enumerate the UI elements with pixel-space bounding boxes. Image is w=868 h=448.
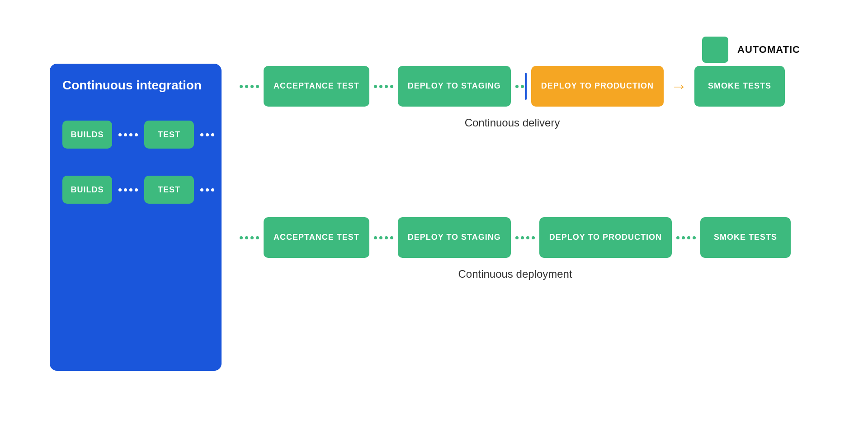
diagram-wrapper: AUTOMATIC MANUAL Continuous integration … [50, 28, 818, 420]
dots-delivery-1 [240, 85, 259, 88]
legend-automatic: AUTOMATIC [702, 37, 800, 63]
dots-ci-2 [118, 188, 138, 191]
delivery-row: ACCEPTANCE TEST DEPLOY TO STAGING DEPLOY… [240, 66, 785, 107]
deployment-row: ACCEPTANCE TEST DEPLOY TO STAGING DEPLOY… [240, 217, 791, 258]
ci-row-2: BUILDS TEST [62, 176, 209, 204]
dots-ci-2b [200, 188, 214, 191]
delivery-section: ACCEPTANCE TEST DEPLOY TO STAGING DEPLOY… [240, 66, 785, 129]
ci-test-1: TEST [144, 121, 194, 149]
dots-deployment-3 [515, 236, 535, 239]
deployment-acceptance-test: ACCEPTANCE TEST [264, 217, 369, 258]
ci-builds-2: BUILDS [62, 176, 112, 204]
delivery-deploy-production: DEPLOY TO PRODUCTION [531, 66, 664, 107]
legend-automatic-box [702, 37, 728, 63]
dots-ci-1 [118, 133, 138, 136]
delivery-smoke-tests: SMOKE TESTS [694, 66, 785, 107]
deployment-smoke-tests: SMOKE TESTS [700, 217, 791, 258]
ci-test-2: TEST [144, 176, 194, 204]
main-container: AUTOMATIC MANUAL Continuous integration … [0, 0, 868, 448]
dots-deployment-4 [676, 236, 696, 239]
dots-deployment-1 [240, 236, 259, 239]
delivery-acceptance-test: ACCEPTANCE TEST [264, 66, 369, 107]
delivery-label: Continuous delivery [465, 117, 560, 129]
arrow-delivery: → [671, 77, 687, 96]
ci-builds-1: BUILDS [62, 121, 112, 149]
dots-delivery-gate [515, 85, 524, 88]
dots-ci-1b [200, 133, 214, 136]
dots-deployment-2 [374, 236, 393, 239]
manual-gate [515, 73, 527, 100]
manual-gate-bar [525, 73, 527, 100]
deployment-deploy-production: DEPLOY TO PRODUCTION [539, 217, 672, 258]
dots-delivery-2 [374, 85, 393, 88]
ci-title: Continuous integration [62, 77, 209, 93]
ci-row-1: BUILDS TEST [62, 121, 209, 149]
delivery-deploy-staging: DEPLOY TO STAGING [398, 66, 511, 107]
deployment-deploy-staging: DEPLOY TO STAGING [398, 217, 511, 258]
legend-automatic-label: AUTOMATIC [737, 44, 800, 56]
deployment-label: Continuous deployment [458, 268, 572, 280]
ci-box: Continuous integration BUILDS TEST BUILD… [50, 64, 222, 371]
deployment-section: ACCEPTANCE TEST DEPLOY TO STAGING DEPLOY… [240, 217, 791, 280]
